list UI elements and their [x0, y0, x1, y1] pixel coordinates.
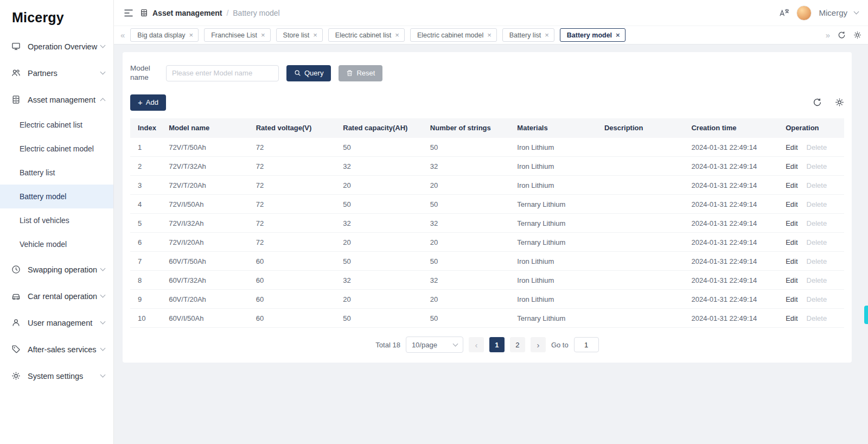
delete-link[interactable]: Delete — [807, 200, 827, 208]
edge-drawer-handle[interactable] — [864, 306, 868, 324]
tab-big-data-display[interactable]: Big data display× — [130, 28, 199, 42]
edit-link[interactable]: Edit — [786, 162, 797, 170]
reset-button[interactable]: Reset — [339, 65, 382, 81]
tab-battery-list[interactable]: Battery list× — [502, 28, 554, 42]
refresh-icon[interactable] — [813, 98, 822, 107]
sidebar-item-label: Operation Overview — [28, 42, 101, 51]
translate-icon[interactable] — [779, 8, 789, 17]
table-header-row: IndexModel nameRated voltage(V)Rated cap… — [130, 118, 844, 138]
sidebar-item-partners[interactable]: Partners — [0, 60, 113, 86]
sidebar-item-after-sales-services[interactable]: After-sales services — [0, 336, 113, 363]
column-header-rated-capacity-ah: Rated capacity(AH) — [339, 118, 426, 138]
edit-link[interactable]: Edit — [786, 295, 797, 303]
cell-materials: Ternary Lithium — [513, 195, 600, 214]
breadcrumb-section[interactable]: Asset management — [152, 9, 222, 17]
refresh-icon[interactable] — [838, 31, 846, 39]
sidebar-item-label: User management — [28, 319, 101, 327]
sidebar-subitem-vehicle-model[interactable]: Vehicle model — [0, 232, 113, 256]
cell-operation: EditDelete — [781, 252, 844, 271]
page-button-2[interactable]: 2 — [510, 337, 525, 352]
delete-link[interactable]: Delete — [807, 314, 827, 322]
sidebar-item-user-management[interactable]: User management — [0, 309, 113, 336]
next-page-button[interactable]: › — [531, 337, 546, 352]
delete-link[interactable]: Delete — [807, 295, 827, 303]
sidebar-subitem-battery-model[interactable]: Battery model — [0, 185, 113, 208]
delete-link[interactable]: Delete — [807, 219, 827, 227]
tab-franchisee-list[interactable]: Franchisee List× — [204, 28, 270, 42]
add-button-label: Add — [146, 98, 158, 106]
tab-close-icon[interactable]: × — [545, 31, 549, 39]
cell-materials: Iron Lithium — [513, 252, 600, 271]
sidebar-item-operation-overview[interactable]: Operation Overview — [0, 33, 113, 60]
table-row: 172V/T/50Ah725050Iron Lithium2024-01-31 … — [130, 138, 844, 157]
cell-rated-capacity-ah: 32 — [339, 214, 426, 233]
cell-rated-capacity-ah: 32 — [339, 157, 426, 176]
tab-close-icon[interactable]: × — [313, 31, 317, 39]
tab-close-icon[interactable]: × — [189, 31, 194, 39]
delete-link[interactable]: Delete — [807, 276, 827, 284]
tab-store-list[interactable]: Store list× — [276, 28, 323, 42]
cell-rated-voltage-v: 60 — [252, 309, 339, 328]
edit-link[interactable]: Edit — [786, 276, 797, 284]
user-name[interactable]: Micergy — [819, 8, 847, 17]
cell-number-of-strings: 32 — [426, 214, 513, 233]
table-body: 172V/T/50Ah725050Iron Lithium2024-01-31 … — [130, 138, 844, 328]
cell-creation-time: 2024-01-31 22:49:14 — [687, 138, 781, 157]
sidebar-item-swapping-operation[interactable]: Swapping operation — [0, 256, 113, 283]
delete-link[interactable]: Delete — [807, 162, 827, 170]
delete-link[interactable]: Delete — [807, 257, 827, 265]
sidebar: Micergy Operation OverviewPartnersAsset … — [0, 0, 114, 444]
edit-link[interactable]: Edit — [786, 257, 797, 265]
sidebar-item-label: System settings — [28, 372, 101, 380]
edit-link[interactable]: Edit — [786, 143, 797, 151]
cell-description — [600, 195, 687, 214]
edit-link[interactable]: Edit — [786, 238, 797, 246]
tab-electric-cabinet-list[interactable]: Electric cabinet list× — [328, 28, 405, 42]
page-size-select[interactable]: 10/page — [406, 337, 463, 353]
model-name-input[interactable] — [166, 65, 279, 81]
chevron-down-icon — [854, 9, 859, 15]
sidebar-item-asset-management[interactable]: Asset management — [0, 86, 113, 113]
cell-number-of-strings: 20 — [426, 176, 513, 195]
tabs-scroll-right-icon[interactable]: » — [826, 31, 830, 39]
column-header-creation-time: Creation time — [687, 118, 781, 138]
edit-link[interactable]: Edit — [786, 219, 797, 227]
delete-link[interactable]: Delete — [807, 238, 827, 246]
column-settings-icon[interactable] — [835, 98, 844, 107]
sidebar-item-car-rental-operation[interactable]: Car rental operation — [0, 283, 113, 309]
avatar[interactable] — [796, 5, 812, 21]
cell-model-name: 60V/I/50Ah — [164, 309, 252, 328]
tab-close-icon[interactable]: × — [261, 31, 265, 39]
gear-icon[interactable] — [853, 31, 861, 39]
cell-creation-time: 2024-01-31 22:49:14 — [687, 290, 781, 309]
tabs-scroll-left-icon[interactable]: « — [120, 31, 125, 39]
prev-page-button[interactable]: ‹ — [469, 337, 484, 352]
sidebar-item-system-settings[interactable]: System settings — [0, 363, 113, 389]
edit-link[interactable]: Edit — [786, 314, 797, 322]
tab-electric-cabinet-model[interactable]: Electric cabinet model× — [410, 28, 497, 42]
tab-close-icon[interactable]: × — [487, 31, 492, 39]
delete-link[interactable]: Delete — [807, 181, 827, 189]
sidebar-subitem-electric-cabinet-list[interactable]: Electric cabinet list — [0, 113, 113, 137]
page-size-value: 10/page — [412, 341, 437, 349]
sidebar-subitem-electric-cabinet-model[interactable]: Electric cabinet model — [0, 137, 113, 161]
cell-model-name: 72V/T/32Ah — [164, 157, 252, 176]
tab-battery-model[interactable]: Battery model× — [560, 28, 626, 42]
edit-link[interactable]: Edit — [786, 181, 797, 189]
sidebar-subitem-list-of-vehicles[interactable]: List of vehicles — [0, 208, 113, 232]
tag-icon — [11, 345, 21, 354]
tab-close-icon[interactable]: × — [616, 31, 620, 39]
query-button[interactable]: Query — [286, 65, 331, 81]
column-header-operation: Operation — [781, 118, 844, 138]
content-card: Model name Query Reset + Add — [123, 52, 852, 363]
sidebar-item-label: After-sales services — [28, 345, 101, 354]
clock-icon — [11, 265, 21, 274]
add-button[interactable]: + Add — [130, 94, 166, 111]
edit-link[interactable]: Edit — [786, 200, 797, 208]
goto-page-input[interactable] — [574, 337, 599, 352]
delete-link[interactable]: Delete — [807, 143, 827, 151]
page-button-1[interactable]: 1 — [489, 337, 505, 352]
tab-close-icon[interactable]: × — [395, 31, 399, 39]
sidebar-subitem-battery-list[interactable]: Battery list — [0, 161, 113, 185]
collapse-sidebar-icon[interactable] — [124, 9, 133, 17]
